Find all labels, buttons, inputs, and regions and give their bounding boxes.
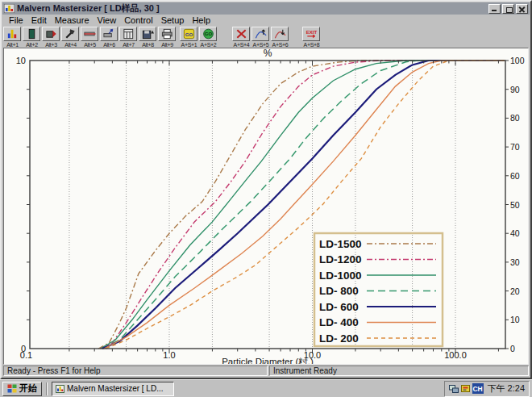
setup-tool-button[interactable]: Alt+4: [61, 27, 80, 48]
taskbar: 开始 Malvern Mastersizer [ LD... CH: [0, 379, 532, 397]
percent-axis-label: %: [264, 48, 272, 59]
start-button[interactable]: 开始: [2, 382, 42, 396]
calculate-icon: [121, 27, 136, 40]
particle-size-distribution-chart: 0.11.010.0100.0Particle Diameter (籿.)%10…: [4, 48, 528, 365]
print-button[interactable]: Alt+9: [158, 27, 177, 48]
measure-sample-button[interactable]: Alt+3: [42, 27, 60, 48]
menu-setup[interactable]: Setup: [157, 15, 189, 25]
instrument-status: Instrument Ready: [269, 366, 529, 376]
series-LD-600: [102, 61, 505, 349]
series-LD-1000: [101, 61, 505, 349]
svg-text:GO: GO: [185, 31, 193, 37]
go-green-icon: GO: [201, 27, 216, 40]
print-icon: [160, 27, 175, 40]
legend-label: LD- 200: [319, 332, 359, 345]
abort-button[interactable]: A+S+4: [232, 27, 251, 48]
menu-help[interactable]: Help: [188, 15, 214, 25]
legend-label: LD- 800: [319, 285, 359, 297]
sample-stats-icon: [5, 27, 20, 40]
start-label: 开始: [19, 382, 37, 395]
align-cell-button[interactable]: Alt+5: [81, 27, 99, 48]
legend-label: LD-1200: [319, 253, 362, 265]
go-yellow-button[interactable]: GOA+S+1: [180, 27, 198, 48]
taskbar-clock: 下午 2:24: [486, 382, 525, 395]
exit-button[interactable]: EXITA+S+8: [302, 27, 321, 48]
right-axis-tick-label: 60: [510, 171, 520, 181]
cell-icon: [24, 27, 39, 40]
left-axis-min-label: 0: [21, 344, 26, 353]
status-message: Ready - Press F1 for Help: [3, 366, 268, 376]
legend-label: LD-1500: [319, 238, 362, 250]
right-axis-tick-label: 30: [510, 257, 520, 267]
series-LD-1200: [101, 61, 505, 349]
right-axis-tick-label: 80: [510, 113, 520, 123]
taskbar-task-mastersizer[interactable]: Malvern Mastersizer [ LD...: [52, 382, 174, 396]
fill-cell-icon: [102, 27, 117, 40]
toolbar-group-3: A+S+4A+S+5A+S+6: [232, 27, 289, 48]
restore-button[interactable]: [502, 4, 514, 14]
series-LD-400: [104, 61, 505, 349]
app-icon: [4, 4, 15, 13]
desktop: Malvern Mastersizer [ LD样品, 30 ] File Ed…: [0, 0, 532, 397]
task-label: Malvern Mastersizer [ LD...: [67, 384, 163, 393]
curve-up-icon: [253, 27, 268, 40]
curve-up-button[interactable]: A+S+5: [251, 27, 270, 48]
right-axis-tick-label: 70: [510, 142, 520, 152]
ime-indicator[interactable]: CH: [472, 383, 484, 394]
right-axis-tick-label: 20: [510, 286, 520, 296]
close-button[interactable]: [516, 4, 528, 14]
minimize-button[interactable]: [488, 4, 501, 14]
calculate-button[interactable]: Alt+7: [119, 27, 138, 48]
go-green-button[interactable]: GOA+S+2: [199, 27, 218, 48]
align-cell-icon: [82, 27, 98, 40]
menu-measure[interactable]: Measure: [51, 15, 94, 25]
cell-button[interactable]: Alt+2: [23, 27, 41, 48]
go-yellow-icon: GO: [181, 27, 197, 40]
left-axis-max-label: 10: [16, 56, 26, 65]
save-results-icon: [140, 27, 156, 40]
menu-view[interactable]: View: [94, 15, 121, 25]
meter-tray-icon[interactable]: [461, 384, 470, 393]
right-axis-tick-label: 10: [510, 315, 520, 324]
sample-stats-button[interactable]: Alt+1: [3, 27, 22, 48]
right-axis-tick-label: 40: [510, 228, 520, 238]
save-results-button[interactable]: Alt+8: [139, 27, 157, 48]
toolbar-group-1: Alt+1Alt+2Alt+3Alt+4Alt+5Alt+6Alt+7Alt+8…: [3, 27, 177, 48]
restore-icon: [506, 7, 513, 13]
window-controls: [488, 4, 528, 14]
right-axis-tick-label: 90: [510, 85, 520, 94]
right-axis-tick-label: 100: [510, 56, 525, 65]
legend-label: LD-1000: [319, 270, 362, 282]
menu-control[interactable]: Control: [120, 15, 156, 25]
x-axis-title: Particle Diameter (籿.): [222, 357, 314, 366]
series-LD-800: [102, 61, 505, 349]
chart-area: 0.11.010.0100.0Particle Diameter (籿.)%10…: [3, 48, 529, 365]
svg-text:EXIT: EXIT: [305, 29, 317, 35]
abort-icon: [234, 27, 249, 40]
curve-down-button[interactable]: A+S+6: [271, 27, 289, 48]
window-title: Malvern Mastersizer [ LD样品, 30 ]: [17, 2, 486, 15]
minimize-icon: [492, 10, 497, 11]
x-tick-label: 100.0: [444, 350, 467, 360]
exit-icon: EXIT: [304, 27, 319, 40]
right-axis-tick-label: 0: [510, 344, 515, 353]
network-tray-icon[interactable]: [449, 384, 459, 394]
mastersizer-task-icon: [56, 385, 64, 393]
menu-edit[interactable]: Edit: [27, 15, 51, 25]
svg-text:GO: GO: [204, 31, 212, 36]
legend-label: LD- 400: [319, 316, 359, 328]
setup-tool-icon: [63, 27, 78, 40]
menu-file[interactable]: File: [5, 15, 27, 25]
toolbar-group-2: GOA+S+1GOA+S+2: [180, 27, 218, 48]
x-tick-label: 1.0: [163, 350, 175, 360]
menubar: File Edit Measure View Control Setup Hel…: [2, 15, 530, 25]
curve-down-icon: [272, 27, 288, 40]
windows-logo-icon: [7, 384, 17, 393]
fill-cell-button[interactable]: Alt+6: [100, 27, 118, 48]
app-window: Malvern Mastersizer [ LD样品, 30 ] File Ed…: [0, 0, 532, 379]
titlebar: Malvern Mastersizer [ LD样品, 30 ]: [2, 2, 530, 15]
right-axis-tick-label: 50: [510, 200, 520, 210]
statusbar: Ready - Press F1 for Help Instrument Rea…: [3, 366, 529, 376]
system-tray: CH 下午 2:24: [444, 381, 530, 397]
toolbar-group-4: EXITA+S+8: [302, 27, 321, 48]
